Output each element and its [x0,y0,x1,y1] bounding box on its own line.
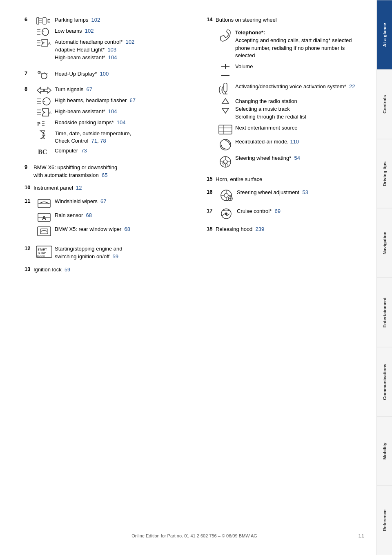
high-beams-text: High beams, headlamp flasher 67 [55,97,182,105]
sidebar-tab-at-a-glance[interactable]: At a glance [377,0,392,69]
svg-text:((: (( [218,85,224,94]
auto-headlamp-ref[interactable]: 102 [125,39,134,45]
item-14-vol-plus: Volume [216,63,364,71]
svg-text:A: A [49,111,51,115]
sidebar-tab-driving-tips[interactable]: Driving tips [377,139,392,208]
computer-text: Computer 73 [55,147,182,155]
item-15-text: Horn, entire surface [216,176,364,184]
item-11-header: 11 Windshield wipers 67 [24,198,182,239]
sidebar-tab-entertainment[interactable]: Entertainment [377,278,392,347]
item-number-7: 7 [24,70,33,76]
check-control-ref1[interactable]: 71 [91,138,97,144]
item-8c: A High-beam assistant* 104 [33,108,182,117]
item-9-ref[interactable]: 65 [102,172,107,178]
sw-adjustment-ref[interactable]: 53 [302,189,308,195]
item-15: 15 Horn, entire surface [207,176,364,184]
main-content: 6 E [0,0,376,555]
sw-heating-icon [216,154,235,169]
item-10-ref[interactable]: 12 [76,185,82,191]
item-8d: P Roadside parking lamps* 104 [33,119,182,128]
volume-text: Volume [235,63,364,71]
svg-rect-0 [37,18,39,24]
windshield-wipers-ref[interactable]: 67 [100,198,106,204]
low-beams-text: Low beams 102 [55,27,182,35]
item-7: 7 Head-Up Display* 100 [24,70,182,79]
item-18-ref[interactable]: 239 [256,226,265,232]
item-8b: High beams, headlamp flasher 67 [33,97,182,106]
high-beams-ref[interactable]: 67 [130,97,136,103]
sidebar-tab-reference[interactable]: Reference [377,486,392,555]
item-16: 16 Stee [207,189,364,202]
sidebar-tab-navigation[interactable]: Navigation [377,208,392,278]
rain-sensor-ref[interactable]: 68 [86,212,92,218]
roadside-parking-ref[interactable]: 104 [117,119,126,125]
item-10-text: Instrument panel 12 [33,184,182,192]
item-17: 17 Cruise control* 69 [207,208,364,220]
high-beam-asst-ref-8[interactable]: 104 [108,108,117,114]
svg-marker-38 [40,136,45,139]
hud-text: Head-Up Display* 100 [55,70,182,78]
svg-rect-59 [219,125,232,134]
windshield-wipers-icon [33,198,55,209]
item-13-ref[interactable]: 59 [65,266,70,273]
svg-rect-4 [43,18,46,24]
recirculate-ref[interactable]: 110 [290,139,299,145]
item-number-12: 12 [24,245,33,251]
two-column-layout: 6 E [24,16,364,517]
computer-ref[interactable]: 73 [81,148,87,154]
item-14-voice: (( Activating/deactivating voice activat… [216,83,364,94]
item-number-9: 9 [24,164,33,170]
voice-ref[interactable]: 22 [349,83,355,90]
footer-text: Online Edition for Part no. 01 41 2 602 … [131,533,257,538]
hud-icon [33,70,55,79]
check-control-text: Time, date, outside temperature,Check Co… [55,130,182,145]
low-beams-icon [33,27,55,36]
page-container: 6 E [0,0,392,555]
voice-icon: (( [216,83,235,94]
right-column: 14 Buttons on steering wheel [203,16,364,517]
computer-icon: BC [33,147,55,156]
item-number-16: 16 [207,189,216,195]
item-11a: Windshield wipers 67 [33,198,182,209]
hud-ref[interactable]: 100 [100,71,109,77]
svg-text:START: START [38,248,47,251]
rear-window-wiper-text: BMW X5: rear window wiper 68 [55,226,182,233]
svg-rect-45 [38,227,51,236]
sidebar-tab-controls[interactable]: Controls [377,69,392,139]
sw-heating-text: Steering wheel heating* 54 [235,154,364,162]
svg-text:A: A [48,41,51,45]
auto-headlamp-icon: A [33,38,55,47]
item-14-phone: Telephone*: Accepting and ending calls, … [216,29,364,60]
item-12: 12 START STOP ENGINE Starting/stopping e… [24,245,182,261]
sidebar-tab-communications[interactable]: Communications [377,347,392,416]
svg-marker-58 [222,108,229,113]
item-number-15: 15 [207,176,216,182]
item-number-8: 8 [24,86,33,92]
svg-text:A: A [42,215,46,221]
item-6b: Low beams 102 [33,27,182,36]
start-stop-ref[interactable]: 59 [112,253,118,260]
adaptive-head-light-ref[interactable]: 103 [107,47,116,53]
parking-lamps-ref[interactable]: 102 [91,17,100,23]
item-14-header: 14 Buttons on steering wheel [207,16,364,24]
check-control-ref2[interactable]: 78 [100,138,106,144]
item-number-11: 11 [24,198,33,204]
item-number-14: 14 [207,16,216,22]
cruise-control-ref[interactable]: 69 [274,208,280,214]
parking-lamps-text: Parking lamps 102 [55,16,182,24]
rear-window-wiper-ref[interactable]: 68 [125,226,130,232]
item-8-header: 8 Turn signals 67 [24,86,182,159]
turn-signals-icon [33,86,55,95]
svg-marker-57 [222,98,229,103]
rain-sensor-icon: A [33,212,55,223]
item-14-title: Buttons on steering wheel [216,16,364,24]
check-control-icon [33,130,55,139]
high-beam-asst-ref-6[interactable]: 104 [108,54,117,60]
turn-signals-ref[interactable]: 67 [87,86,92,92]
item-10: 10 Instrument panel 12 [24,184,182,192]
low-beams-ref[interactable]: 102 [85,28,94,34]
sw-heating-ref[interactable]: 54 [294,155,300,161]
sidebar-tab-mobility[interactable]: Mobility [377,416,392,486]
item-14-recirculate: Recirculated-air mode, 110 [216,138,364,151]
item-11c: BMW X5: rear window wiper 68 [33,226,182,237]
